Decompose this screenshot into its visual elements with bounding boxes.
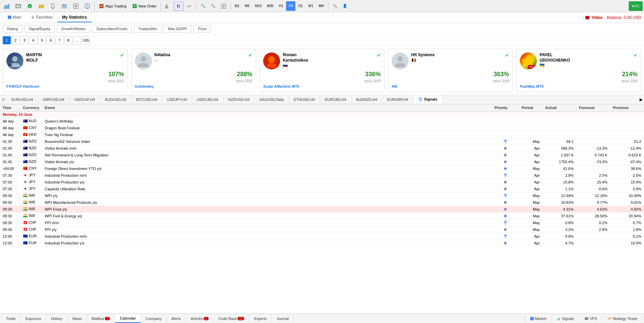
page-4[interactable]: 4 — [29, 36, 37, 44]
page-6[interactable]: 6 — [47, 36, 55, 44]
table-row[interactable]: 09:30🇮🇳 INRWPI y/y May12.94%12.18%10.49% — [0, 192, 644, 199]
connect-btn[interactable]: ●LVL — [629, 1, 643, 11]
toolbar-chart-btn[interactable] — [1, 1, 12, 11]
tf-h4[interactable]: H4 — [286, 1, 295, 11]
bottom-tab-company[interactable]: Company — [141, 314, 167, 323]
card-subtitle-1[interactable]: FXWOLF Hardcore — [6, 84, 124, 88]
table-row[interactable]: ≈04:00🇨🇳 CNYForeign Direct Investment YT… — [0, 165, 644, 172]
toolbar-btn-6[interactable] — [59, 1, 70, 11]
card-subtitle-2[interactable]: Goldenkey — [135, 84, 253, 88]
bottom-tab-calendar[interactable]: Calendar — [115, 314, 141, 323]
toolbar-btn-8[interactable] — [82, 1, 93, 11]
toolbar-btn-3[interactable]: $ — [24, 1, 35, 11]
grid-btn[interactable] — [218, 1, 229, 11]
table-row[interactable]: 09:30🇮🇳 INRWPI Manufactured Products y/y… — [0, 199, 644, 206]
tf-d1[interactable]: D1 — [296, 1, 305, 11]
line-chart-btn[interactable] — [184, 1, 194, 11]
table-row[interactable]: 12:00🇪🇺 EURIndustrial Production y/yApr4… — [0, 240, 644, 246]
table-row[interactable]: 01:45🇳🇿 NZDVisitor Arrivals m/mApr588.3%… — [0, 145, 644, 152]
tf-m15[interactable]: M15 — [253, 1, 264, 11]
bottom-tab-exposure[interactable]: Exposure — [21, 314, 46, 323]
tf-m5[interactable]: M5 — [243, 1, 252, 11]
filter-rating[interactable]: Rating — [3, 25, 22, 33]
tf-m1[interactable]: M1 — [232, 1, 242, 11]
profile-btn[interactable]: 👤 — [340, 1, 350, 11]
bottom-tab-codebase[interactable]: Code Base 21 — [214, 314, 249, 323]
algo-trading-btn[interactable]: AT Algo Trading — [96, 1, 129, 11]
page-ellipsis[interactable]: ... — [73, 36, 81, 44]
bottom-tab-journal[interactable]: Journal — [272, 314, 294, 323]
bar-chart-btn[interactable] — [163, 1, 173, 11]
table-row[interactable]: 07:30🇯🇵 JPYIndustrial Production y/yApr1… — [0, 179, 644, 186]
chart-tab-ethusd[interactable]: ETHUSD,H4 — [289, 96, 320, 103]
table-row[interactable]: All day🇭🇰 HKDTuen Ng Festival — [0, 131, 644, 138]
tf-h1[interactable]: H1 — [277, 1, 286, 11]
page-2[interactable]: 2 — [12, 36, 20, 44]
chart-tab-xauusd[interactable]: XAUUSD,Daily — [254, 96, 289, 103]
candle-btn[interactable] — [174, 1, 184, 11]
table-row[interactable]: 09:30🇮🇳 INRWPI Food y/yMay4.31%4.63%4.92… — [0, 206, 644, 213]
chart-tab-signals[interactable]: Signals — [413, 95, 442, 104]
bottom-tab-experts[interactable]: Experts — [249, 314, 272, 323]
bottom-tab-history[interactable]: History — [46, 314, 68, 323]
table-row[interactable]: 01:45🇳🇿 NZDVisitor Arrivals y/yApr1755.4… — [0, 158, 644, 165]
new-order-btn[interactable]: + New Order — [130, 1, 159, 11]
page-165[interactable]: 165 — [82, 36, 90, 44]
bottom-btn-vps[interactable]: VPS — [580, 315, 602, 322]
bottom-tab-trade[interactable]: Trade — [1, 314, 21, 323]
filter-max-dd-pf[interactable]: Max DD/PF — [164, 25, 192, 33]
bottom-tab-alerts[interactable]: Alerts — [167, 314, 186, 323]
filter-signal-equity[interactable]: Signal/Equity — [24, 25, 55, 33]
filter-trades-win[interactable]: Trades/Win — [134, 25, 162, 33]
page-8[interactable]: 8 — [64, 36, 72, 44]
page-5[interactable]: 5 — [38, 36, 46, 44]
table-row[interactable]: All day🇦🇺 AUDQueen's Birthday — [0, 118, 644, 125]
table-row[interactable]: 01:45🇳🇿 NZDNet Permanent & Long-Term Mig… — [0, 152, 644, 158]
table-row[interactable]: 09:30🇮🇳 INRWPI Fuel & Energy y/yMay37.61… — [0, 213, 644, 219]
tf-mn[interactable]: MN — [316, 1, 326, 11]
bottom-btn-market[interactable]: Market — [525, 315, 552, 322]
tab-main[interactable]: Main — [3, 13, 26, 22]
chart-tabs-scroll-right[interactable]: ▶ — [640, 97, 644, 102]
chart-tab-eurgbp[interactable]: EURGBP,H4 — [383, 96, 413, 103]
chart-tab-btcusd[interactable]: BTCUSD,H4 — [131, 96, 162, 103]
chart-tab-usdchf[interactable]: USDCHF,H4 — [69, 96, 100, 103]
chart-tab-usdjpy[interactable]: USDJPY,H4 — [162, 96, 192, 103]
calendar-container[interactable]: Time Currency Event Priority Period Actu… — [0, 104, 644, 250]
table-row[interactable]: All day🇨🇳 CNYDragon Boat Festival — [0, 125, 644, 131]
card-subtitle-3[interactable]: Scalp AMarkets MT5 — [263, 84, 381, 88]
video-btn[interactable]: Video — [585, 15, 602, 20]
chart-tab-nzdusd[interactable]: NZDUSD,H3 — [224, 96, 255, 103]
zoom-out-btn[interactable]: 🔍 — [198, 1, 208, 11]
bottom-btn-strategy-tester[interactable]: Strategy Tester — [603, 315, 643, 322]
table-row[interactable]: 07:30🇯🇵 JPYIndustrial Production m/m Apr… — [0, 172, 644, 179]
filter-price[interactable]: Price — [193, 25, 211, 33]
chart-tab-gbpusd[interactable]: GBPUSD,H4 — [38, 96, 70, 103]
toolbar-btn-5[interactable] — [47, 1, 58, 11]
chart-tab-audusd[interactable]: AUDUSD,H3 — [100, 96, 132, 103]
tab-my-statistics[interactable]: My Statistics — [57, 13, 91, 22]
chart-tab-eurusd[interactable]: EURUSD,H4 — [7, 96, 38, 103]
toolbar-btn-7[interactable] — [70, 1, 81, 11]
table-row[interactable]: 01:30🇳🇿 NZDBusinessNZ Services Index May… — [0, 138, 644, 145]
bottom-tab-mailbox[interactable]: Mailbox7 — [87, 314, 115, 323]
close-panel-btn[interactable]: ✕ — [0, 97, 7, 102]
page-7[interactable]: 7 — [55, 36, 64, 44]
tf-w1[interactable]: W1 — [306, 1, 316, 11]
card-subtitle-5[interactable]: FastWay MT5 — [520, 84, 638, 88]
table-row[interactable]: 09:30🇨🇭 CHFPPI y/yMay3.2%2.8%1.8% — [0, 226, 644, 233]
tab-favorites[interactable]: Favorites — [26, 13, 57, 22]
zoom-in-btn[interactable]: 🔍 — [208, 1, 218, 11]
chart-tab-audnzd[interactable]: AUDNZD,H4 — [351, 96, 383, 103]
card-subtitle-4[interactable]: AI6 — [392, 84, 509, 88]
bottom-tab-articles[interactable]: Articles1 — [186, 314, 214, 323]
tf-m30[interactable]: M30 — [264, 1, 276, 11]
page-1[interactable]: 1 — [3, 36, 11, 44]
table-row[interactable]: 12:00🇪🇺 EURIndustrial Production m/m Apr… — [0, 233, 644, 240]
table-row[interactable]: 07:30🇯🇵 JPYCapacity Utilization RateApr1… — [0, 186, 644, 192]
filter-growth-weeks[interactable]: Growth/Weeks — [57, 25, 90, 33]
filter-subscribers-funds[interactable]: Subscribers/Funds — [92, 25, 132, 33]
search-btn[interactable]: 🔍 — [330, 1, 340, 11]
toolbar-btn-2[interactable] — [13, 1, 24, 11]
bottom-tab-news[interactable]: News — [68, 314, 87, 323]
